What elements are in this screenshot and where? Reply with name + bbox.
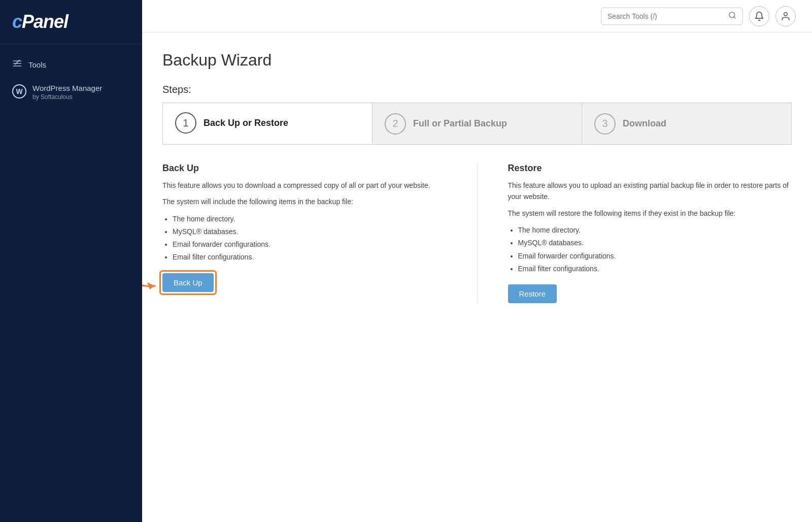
notifications-button[interactable]	[749, 6, 769, 26]
sidebar: cPanel Tools W WordPress Manager by Soft…	[0, 0, 142, 522]
step-circle-1: 1	[175, 112, 196, 134]
main-area: Backup Wizard Steps: 1 Back Up or Restor…	[142, 0, 812, 522]
restore-button[interactable]: Restore	[508, 284, 557, 303]
backup-column: Back Up This feature allows you to downl…	[162, 163, 447, 303]
restore-column: Restore This feature allows you to uploa…	[508, 163, 792, 303]
svg-point-6	[784, 12, 788, 16]
list-item: Email forwarder configurations.	[518, 250, 792, 263]
step-tab-1[interactable]: 1 Back Up or Restore	[163, 103, 373, 144]
step-tab-label-1: Back Up or Restore	[204, 118, 288, 128]
search-icon	[728, 11, 736, 21]
backup-title: Back Up	[162, 163, 447, 174]
list-item: Email forwarder configurations.	[173, 238, 447, 251]
wordpress-sublabel: by Softaculous	[32, 93, 102, 102]
content-area: Backup Wizard Steps: 1 Back Up or Restor…	[142, 32, 812, 522]
restore-desc2: The system will restore the following it…	[508, 208, 792, 219]
list-item: The home directory.	[518, 224, 792, 237]
list-item: The home directory.	[173, 213, 447, 225]
restore-list: The home directory. MySQL® databases. Em…	[508, 224, 792, 275]
sidebar-logo: cPanel	[0, 0, 142, 44]
backup-desc1: This feature allows you to download a co…	[162, 180, 447, 191]
search-input[interactable]	[607, 12, 724, 20]
arrow-annotation	[142, 258, 162, 293]
arrow-container: Back Up	[162, 273, 447, 292]
sidebar-tools-label: Tools	[28, 60, 46, 69]
list-item: Email filter configurations.	[518, 263, 792, 275]
step-circle-2: 2	[385, 113, 406, 135]
two-column-section: Back Up This feature allows you to downl…	[162, 163, 792, 303]
tools-icon	[12, 58, 22, 71]
backup-button-wrapper: Back Up	[162, 273, 214, 292]
sidebar-nav: Tools W WordPress Manager by Softaculous	[0, 44, 142, 115]
cpanel-logo-text: cPanel	[12, 11, 130, 32]
step-circle-3: 3	[594, 113, 616, 135]
list-item: MySQL® databases.	[518, 237, 792, 249]
list-item: MySQL® databases.	[173, 225, 447, 238]
steps-label: Steps:	[162, 84, 792, 95]
search-box[interactable]	[601, 8, 743, 25]
user-account-button[interactable]	[775, 6, 796, 26]
step-tabs: 1 Back Up or Restore 2 Full or Partial B…	[162, 103, 792, 145]
backup-list: The home directory. MySQL® databases. Em…	[162, 213, 447, 264]
svg-marker-7	[147, 282, 155, 289]
sidebar-item-tools[interactable]: Tools	[0, 52, 142, 77]
column-divider	[477, 163, 478, 303]
restore-desc1: This feature allows you to upload an exi…	[508, 180, 792, 203]
wordpress-label: WordPress Manager	[32, 83, 102, 93]
wordpress-icon: W	[12, 84, 26, 99]
wordpress-text: WordPress Manager by Softaculous	[32, 83, 102, 101]
step-tab-label-3: Download	[623, 118, 666, 129]
svg-line-5	[734, 17, 735, 18]
backup-button[interactable]: Back Up	[162, 273, 214, 292]
header	[142, 0, 812, 32]
sidebar-item-wordpress[interactable]: W WordPress Manager by Softaculous	[0, 77, 142, 107]
step-tab-2[interactable]: 2 Full or Partial Backup	[373, 103, 582, 144]
list-item: Email filter configurations.	[173, 251, 447, 264]
backup-desc2: The system will include the following it…	[162, 196, 447, 207]
restore-title: Restore	[508, 163, 792, 174]
step-tab-3[interactable]: 3 Download	[582, 103, 791, 144]
page-title: Backup Wizard	[162, 51, 792, 70]
step-tab-label-2: Full or Partial Backup	[413, 118, 507, 129]
